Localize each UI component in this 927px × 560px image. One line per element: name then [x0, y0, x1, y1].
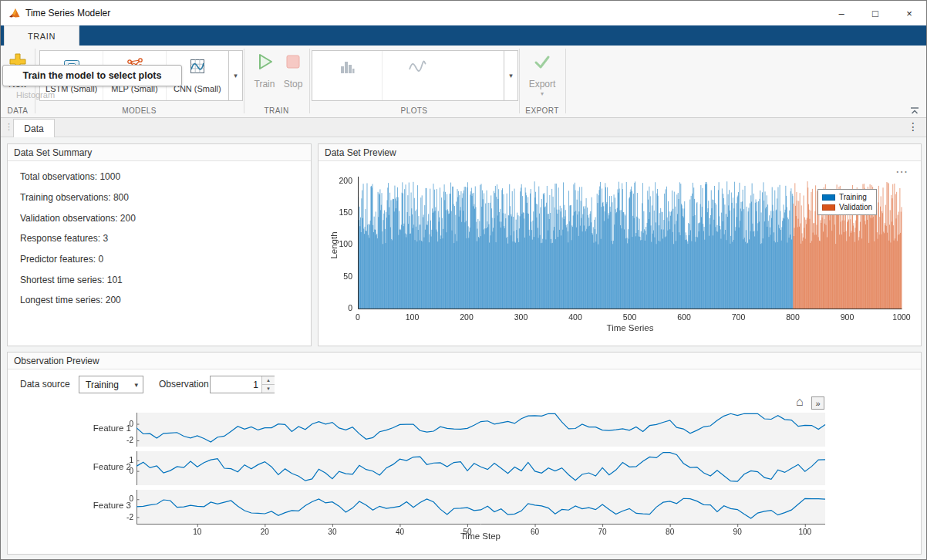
- observation-label: Observation: [159, 379, 209, 390]
- observation-preview-panel: Observation Preview Data source Training…: [7, 352, 922, 555]
- time-step-axis-label: Time Step: [249, 531, 712, 541]
- preview-panel-title: Data Set Preview: [319, 144, 921, 161]
- summary-line: Longest time series: 200: [8, 290, 311, 311]
- legend-label: Training: [839, 193, 867, 201]
- close-button[interactable]: ×: [892, 1, 926, 25]
- collapse-ribbon-icon[interactable]: [909, 106, 922, 116]
- summary-list: Total observations: 1000 Training observ…: [8, 161, 311, 311]
- y-axis-label: Length: [329, 222, 340, 268]
- line-plot-icon: [407, 56, 427, 79]
- plot-item-line[interactable]: [382, 51, 451, 100]
- plots-gallery: [312, 50, 504, 101]
- train-button[interactable]: Train: [251, 52, 278, 89]
- export-button[interactable]: Export ▾: [525, 52, 559, 97]
- train-play-icon: [255, 52, 275, 75]
- stop-button[interactable]: Stop: [280, 52, 306, 89]
- export-button-label: Export: [529, 79, 556, 89]
- dropdown-arrow-icon: ▾: [134, 381, 138, 389]
- legend-row-validation: Validation: [822, 202, 872, 212]
- section-divider: [309, 49, 310, 113]
- observation-preview-chart: [8, 399, 921, 553]
- observation-panel-title: Observation Preview: [8, 353, 921, 369]
- matlab-logo-icon: [8, 7, 21, 22]
- section-caption-data: DATA: [1, 106, 35, 115]
- spinner-down-icon[interactable]: ▾: [262, 385, 275, 393]
- tab-data[interactable]: Data: [13, 119, 55, 137]
- panel-grip-icon[interactable]: ⋮: [5, 122, 13, 132]
- export-check-icon: [532, 52, 552, 75]
- data-source-label: Data source: [20, 379, 70, 390]
- document-tab-strip: ⋮ Data ⋮: [1, 118, 926, 137]
- legend-swatch-validation: [822, 204, 835, 211]
- feature-2-label: Feature 2: [15, 462, 131, 471]
- tab-train[interactable]: TRAIN: [4, 25, 79, 46]
- spinner-up-icon[interactable]: ▴: [262, 376, 275, 385]
- minimize-button[interactable]: –: [824, 1, 858, 25]
- chart-legend: Training Validation: [817, 189, 877, 215]
- summary-panel-title: Data Set Summary: [8, 144, 311, 161]
- legend-label: Validation: [839, 203, 872, 211]
- x-axis-label: Time Series: [399, 323, 861, 332]
- data-source-dropdown[interactable]: Training ▾: [79, 376, 143, 393]
- plots-gallery-dropdown[interactable]: ▾: [504, 50, 518, 101]
- section-divider: [244, 49, 244, 113]
- section-caption-models: MODELS: [35, 106, 244, 115]
- summary-line: Response features: 3: [8, 228, 311, 249]
- histogram-item-label: Histogram: [1, 90, 70, 100]
- title-bar: Time Series Modeler – □ ×: [1, 1, 926, 25]
- stop-button-label: Stop: [284, 79, 303, 89]
- feature-1-label: Feature 1: [15, 423, 131, 433]
- legend-row-training: Training: [822, 192, 872, 202]
- summary-line: Validation observations: 200: [8, 207, 311, 228]
- maximize-button[interactable]: □: [858, 1, 892, 25]
- data-source-value: Training: [86, 380, 134, 390]
- summary-line: Total observations: 1000: [8, 167, 311, 187]
- section-divider: [519, 49, 520, 113]
- data-set-preview-panel: Data Set Preview ⋯ Training Validation L…: [318, 143, 922, 346]
- export-dropdown-arrow-icon: ▾: [541, 90, 544, 97]
- legend-swatch-training: [822, 194, 835, 201]
- observation-spinner: ▴ ▾: [210, 376, 275, 393]
- plot-item-histogram[interactable]: [312, 51, 382, 100]
- stop-square-icon: [283, 52, 303, 75]
- document-menu-icon[interactable]: ⋮: [908, 120, 919, 133]
- plots-disabled-overlay: Train the model to select plots: [2, 65, 182, 86]
- ribbon: New LSTM (Small): [1, 46, 926, 118]
- spinner-buttons: ▴ ▾: [261, 376, 274, 393]
- section-caption-plots: PLOTS: [309, 106, 519, 115]
- window-title: Time Series Modeler: [25, 8, 110, 19]
- models-gallery-dropdown[interactable]: ▾: [229, 50, 243, 101]
- time-series-modeler-window: Time Series Modeler – □ × TRAIN New: [0, 0, 927, 560]
- observation-input[interactable]: [211, 376, 261, 393]
- summary-line: Shortest time series: 101: [8, 269, 311, 290]
- section-caption-export: EXPORT: [519, 106, 565, 115]
- summary-line: Training observations: 800: [8, 187, 311, 208]
- section-caption-train: TRAIN: [244, 106, 309, 115]
- section-divider: [565, 49, 566, 113]
- histogram-icon: [337, 56, 357, 79]
- summary-line: Predictor features: 0: [8, 249, 311, 270]
- feature-3-label: Feature 3: [15, 501, 131, 510]
- train-button-label: Train: [255, 79, 275, 89]
- cnn-model-icon: [187, 56, 207, 79]
- ribbon-tab-band: [1, 25, 926, 46]
- data-set-summary-panel: Data Set Summary Total observations: 100…: [7, 143, 312, 346]
